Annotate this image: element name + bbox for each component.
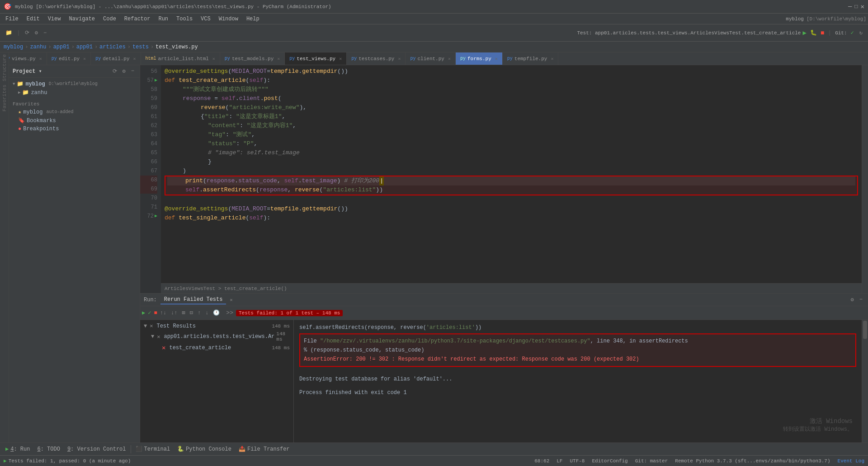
breadcrumb-app01b[interactable]: app01: [76, 44, 93, 50]
sort-desc-icon[interactable]: ↓↑: [169, 309, 179, 317]
menu-window[interactable]: Window: [215, 15, 242, 23]
tree-item-myblog[interactable]: ▼ 📁 myblog D:\workfile\myblog: [9, 80, 140, 88]
run-panel-toolbar: ▶ ✓ ■ ↑↓ ↓↑ ⊞ ⊟ ↑ ↓ 🕐 >> Tests failed: 1…: [140, 306, 868, 320]
menu-navigate[interactable]: Navigate: [65, 15, 99, 23]
close-btn[interactable]: ✕: [861, 3, 864, 10]
debug-btn[interactable]: 🐛: [808, 29, 819, 37]
sync-icon[interactable]: ⟳: [23, 29, 31, 37]
test-tree-app01[interactable]: ▼ ✕ app01.articles.tests.test_views.Ar 1…: [140, 330, 293, 343]
tree-item-breakpoints[interactable]: ● Breakpoints: [9, 125, 140, 133]
breadcrumb-file[interactable]: test_views.py: [156, 44, 198, 50]
tab-edit-py[interactable]: py edit.py ✕: [47, 52, 91, 65]
menu-view[interactable]: View: [44, 15, 65, 23]
menu-help[interactable]: Help: [243, 15, 263, 23]
test-tree-create-article[interactable]: ✕ test_create_article 148 ms: [140, 343, 293, 352]
stop-btn[interactable]: ■: [821, 29, 824, 37]
sidebar-close-icon[interactable]: −: [129, 67, 136, 76]
run-indicator[interactable]: ▶: [4, 458, 7, 464]
sort-asc-icon[interactable]: ↑↓: [158, 309, 168, 317]
tab-testcases-py[interactable]: py testcases.py ✕: [347, 52, 406, 65]
tab-forms-py[interactable]: py forms.py ✕: [456, 52, 503, 65]
run-panel-minimize-icon[interactable]: −: [858, 295, 864, 304]
tab-close-article-list[interactable]: ✕: [212, 56, 215, 62]
expand-icon[interactable]: ⊞: [180, 309, 187, 317]
breadcrumb-zanhu[interactable]: zanhu: [30, 44, 46, 50]
up-arrow-icon[interactable]: ↑: [196, 309, 203, 317]
menu-file[interactable]: File: [2, 15, 22, 23]
sidebar-settings-icon[interactable]: ⚙: [121, 67, 127, 76]
minimize-btn[interactable]: ─: [848, 3, 852, 10]
breadcrumb-app01[interactable]: app01: [53, 44, 70, 50]
tab-close-detail[interactable]: ✕: [133, 56, 136, 62]
status-git-branch: Git: master: [635, 458, 668, 464]
bottom-tool-todo[interactable]: 6: TODO: [33, 445, 63, 453]
tab-close-test-views[interactable]: ✕: [339, 56, 342, 62]
close-panel-icon[interactable]: −: [42, 29, 48, 37]
test-passed-icon[interactable]: ✓: [146, 309, 153, 317]
tab-detail-py[interactable]: py detail.py ✕: [91, 52, 141, 65]
bottom-tool-vcs[interactable]: 9: Version Control: [64, 445, 130, 453]
tab-client-py[interactable]: py client.py ✕: [406, 52, 455, 65]
tab-test-views-py[interactable]: py test_views.py ✕: [285, 52, 347, 65]
maximize-btn[interactable]: □: [854, 4, 858, 10]
settings-icon[interactable]: ⚙: [33, 29, 40, 37]
tab-article-list-html[interactable]: html article_list.html ✕: [141, 52, 220, 65]
code-line-59: response = self.client.post(: [165, 94, 858, 103]
menu-tools[interactable]: Tools: [173, 15, 196, 23]
menu-refactor[interactable]: Refactor: [121, 15, 154, 23]
breadcrumb-myblog[interactable]: myblog: [4, 44, 23, 50]
scrollbar-thumb[interactable]: [863, 321, 867, 339]
tree-item-bookmarks[interactable]: 🔖 Bookmarks: [9, 116, 140, 125]
run-output-scrollbar[interactable]: [862, 320, 868, 442]
run-tab-rerun[interactable]: Rerun Failed Tests: [160, 295, 226, 304]
highlighted-block: print(response.status_code, self.test_im…: [165, 176, 858, 195]
tree-label-myblog-bookmark: myblog: [23, 109, 42, 115]
tab-close-testcases[interactable]: ✕: [398, 56, 401, 62]
bottom-tool-run[interactable]: ▶ 4: Run: [2, 445, 33, 453]
code-content[interactable]: @override_settings(MEDIA_ROOT=tempfile.g…: [161, 65, 862, 293]
clock-icon[interactable]: 🕐: [211, 309, 222, 317]
menu-run[interactable]: Run: [155, 15, 172, 23]
run-output[interactable]: self.assertRedirects(response, reverse('…: [294, 320, 862, 442]
tree-item-zanhu[interactable]: ▶ 📁 zanhu: [9, 88, 140, 97]
menu-code[interactable]: Code: [99, 15, 120, 23]
tab-test-models-py[interactable]: py test_models.py ✕: [220, 52, 285, 65]
breadcrumb-tests[interactable]: tests: [132, 44, 149, 50]
git-check-icon[interactable]: ✓: [849, 29, 856, 37]
run-btn[interactable]: ▶: [802, 29, 806, 37]
tab-close-tempfile[interactable]: ✕: [551, 56, 553, 62]
title-bar-controls[interactable]: ─ □ ✕: [848, 3, 864, 10]
tab-close-views[interactable]: ✕: [39, 56, 42, 62]
test-failed-badge: Tests failed: 1 of 1 test – 148 ms: [236, 310, 343, 316]
folder-icon-myblog: 📁: [17, 81, 24, 87]
code-line-66: }: [165, 157, 858, 166]
bottom-tool-file-transfer[interactable]: 📤 File Transfer: [235, 445, 293, 453]
menu-vcs[interactable]: VCS: [197, 15, 214, 23]
tab-close-edit[interactable]: ✕: [83, 56, 86, 62]
status-event-log[interactable]: Event Log: [838, 458, 864, 464]
bottom-tool-terminal[interactable]: ⬛ Terminal: [132, 445, 174, 453]
watermark: 激活 Windows 转到设置以激活 Windows。: [783, 417, 853, 433]
rerun-icon[interactable]: ▶: [142, 309, 145, 316]
project-tool-icon[interactable]: 📁: [4, 29, 14, 37]
bottom-tool-python-console[interactable]: 🐍 Python Console: [174, 445, 235, 453]
editor-scrollbar[interactable]: [862, 65, 868, 293]
tab-close-test-models[interactable]: ✕: [277, 56, 280, 62]
test-stop-icon[interactable]: ■: [154, 310, 157, 316]
collapse-icon[interactable]: ⊟: [188, 309, 195, 317]
sidebar-sync-icon[interactable]: ⟳: [111, 67, 119, 76]
code-editor[interactable]: 56 57 ▶ 58 59 60 61 62 63 64 65 66 67 68…: [140, 65, 868, 293]
tab-close-forms[interactable]: ✕: [495, 56, 498, 62]
git-update-icon[interactable]: ↻: [858, 29, 864, 37]
line-num-72: 72 ▶: [140, 212, 157, 221]
tab-close-client[interactable]: ✕: [448, 56, 451, 62]
tree-item-myblog-bookmark[interactable]: ★ myblog auto-added: [9, 108, 140, 116]
breadcrumb-articles[interactable]: articles: [99, 44, 126, 50]
down-arrow-icon[interactable]: ↓: [203, 309, 210, 317]
test-tree-root[interactable]: ▼ ✕ Test Results 148 ms: [140, 322, 293, 330]
tree-autoadded: auto-added: [46, 109, 73, 114]
tab-tempfile-py[interactable]: py tempfile.py ✕: [503, 52, 559, 65]
run-tab-close[interactable]: ✕: [230, 297, 232, 303]
run-panel-settings-icon[interactable]: ⚙: [849, 295, 856, 304]
menu-edit[interactable]: Edit: [23, 15, 43, 23]
